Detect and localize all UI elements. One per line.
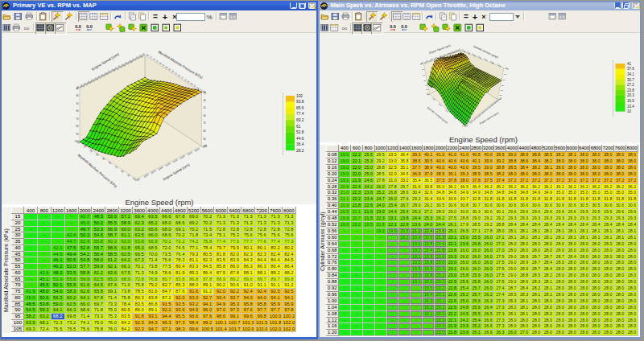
svg-text:20: 20 xyxy=(502,79,505,81)
svg-text:35: 35 xyxy=(425,88,427,91)
svg-text:οο: οο xyxy=(341,26,347,31)
svg-text:50: 50 xyxy=(76,102,79,105)
svg-text:Engine Speed (rpm): Engine Speed (rpm) xyxy=(125,198,193,207)
svg-text:30: 30 xyxy=(500,89,502,92)
svg-text:55: 55 xyxy=(101,157,105,161)
svg-text:%: % xyxy=(206,14,212,21)
svg-text:30.7: 30.7 xyxy=(627,78,634,82)
svg-text:40: 40 xyxy=(203,99,206,102)
svg-text:37.6: 37.6 xyxy=(627,67,634,71)
svg-text:25: 25 xyxy=(423,80,426,82)
svg-text:70: 70 xyxy=(76,117,79,121)
svg-text:=: = xyxy=(464,12,469,21)
svg-text:44.6: 44.6 xyxy=(296,137,304,141)
svg-text:60: 60 xyxy=(76,109,79,113)
svg-text:45: 45 xyxy=(95,153,99,157)
svg-text:0.0: 0.0 xyxy=(390,24,396,29)
svg-text:34.1: 34.1 xyxy=(627,72,634,76)
svg-text:61: 61 xyxy=(296,125,301,129)
svg-text:65: 65 xyxy=(108,161,112,165)
svg-text:77.4: 77.4 xyxy=(296,112,304,116)
svg-text:0.0: 0.0 xyxy=(401,24,407,29)
svg-text:90: 90 xyxy=(203,138,206,141)
svg-text:+: + xyxy=(163,12,167,21)
svg-text:25: 25 xyxy=(502,84,504,87)
svg-text:30: 30 xyxy=(424,84,427,87)
svg-text:35: 35 xyxy=(499,94,502,97)
svg-text:Cylinder Airmass (g/cyl): Cylinder Airmass (g/cyl) xyxy=(426,106,448,125)
svg-text:20.3: 20.3 xyxy=(627,93,634,97)
svg-text:=: = xyxy=(153,12,158,21)
svg-text:20: 20 xyxy=(423,74,425,76)
svg-text:35: 35 xyxy=(89,149,93,153)
svg-text:×: × xyxy=(481,13,485,21)
svg-text:23.8: 23.8 xyxy=(627,88,634,92)
svg-text:0.0: 0.0 xyxy=(86,24,93,29)
svg-text:15: 15 xyxy=(503,73,506,76)
svg-text:90: 90 xyxy=(76,133,79,136)
svg-text:75: 75 xyxy=(114,165,118,169)
svg-text:οο: οο xyxy=(24,26,30,31)
svg-text:36.4: 36.4 xyxy=(296,142,304,146)
svg-text:16.9: 16.9 xyxy=(627,99,634,103)
svg-text:95: 95 xyxy=(126,173,130,177)
svg-text:15: 15 xyxy=(76,140,80,144)
svg-text:69.2: 69.2 xyxy=(296,118,304,122)
svg-text:25: 25 xyxy=(83,145,87,149)
svg-text:85: 85 xyxy=(120,169,124,173)
svg-text:50: 50 xyxy=(203,106,206,109)
svg-text:80: 80 xyxy=(76,125,79,128)
svg-text:10: 10 xyxy=(627,109,632,113)
svg-text:28.2: 28.2 xyxy=(296,149,304,153)
svg-text:30: 30 xyxy=(76,87,79,90)
svg-text:0.0: 0.0 xyxy=(75,24,81,29)
svg-text:60: 60 xyxy=(203,114,206,117)
svg-text:70: 70 xyxy=(203,121,206,125)
svg-text:Engine Speed (rpm): Engine Speed (rpm) xyxy=(448,135,517,144)
svg-text:13.4: 13.4 xyxy=(627,105,634,109)
svg-text:85.6: 85.6 xyxy=(296,106,304,110)
svg-text:40: 40 xyxy=(76,94,79,97)
svg-text:+: + xyxy=(472,12,477,21)
svg-text:52.8: 52.8 xyxy=(296,130,304,134)
svg-text:15: 15 xyxy=(422,68,424,71)
svg-text:93.8: 93.8 xyxy=(296,100,304,104)
svg-text:27.2: 27.2 xyxy=(627,83,634,87)
svg-text:102: 102 xyxy=(296,94,303,98)
svg-text:41: 41 xyxy=(627,62,632,66)
svg-text:80: 80 xyxy=(203,129,206,133)
svg-text:30: 30 xyxy=(203,91,206,94)
